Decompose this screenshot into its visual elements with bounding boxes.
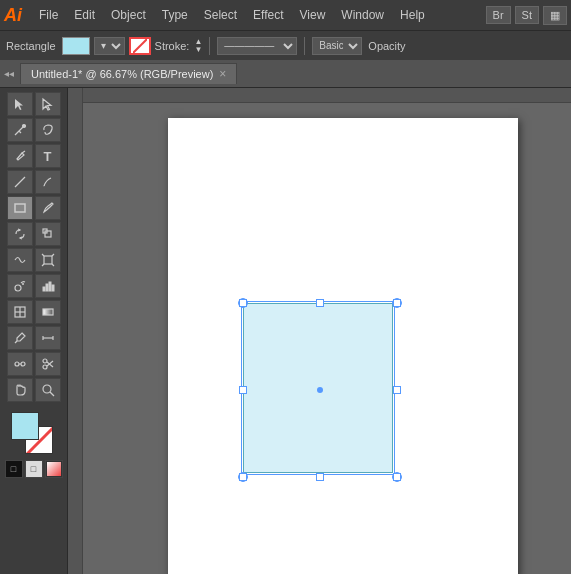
document-tab[interactable]: Untitled-1* @ 66.67% (RGB/Preview) ×	[20, 63, 237, 84]
zoom-tool[interactable]	[35, 378, 61, 402]
stroke-label: Stroke:	[155, 40, 190, 52]
toolbar-separator-2	[304, 37, 305, 55]
tool-row-7	[7, 248, 61, 272]
menu-object[interactable]: Object	[104, 6, 153, 24]
shape-label: Rectangle	[6, 40, 56, 52]
toolbar-separator-1	[209, 37, 210, 55]
gradient-tool[interactable]	[35, 300, 61, 324]
scissors-tool[interactable]	[35, 352, 61, 376]
line-tool[interactable]	[7, 170, 33, 194]
type-tool[interactable]: T	[35, 144, 61, 168]
tool-row-3: T	[7, 144, 61, 168]
symbol-sprayer-tool[interactable]	[7, 274, 33, 298]
eyedropper-tool[interactable]	[7, 326, 33, 350]
tool-row-1	[7, 92, 61, 116]
selected-rectangle[interactable]	[243, 303, 393, 473]
stock-button[interactable]: St	[515, 6, 539, 24]
artboard	[168, 118, 518, 574]
selection-tool[interactable]	[7, 92, 33, 116]
tab-bar: ◂◂ Untitled-1* @ 66.67% (RGB/Preview) ×	[0, 60, 571, 88]
tool-row-5	[7, 196, 61, 220]
stroke-profile-dropdown[interactable]: —————	[217, 37, 297, 55]
bridge-button[interactable]: Br	[486, 6, 511, 24]
svg-point-25	[43, 359, 47, 363]
main-area: T	[0, 88, 571, 574]
app-logo: Ai	[4, 5, 22, 26]
toolbox: T	[0, 88, 68, 574]
workspace-button[interactable]: ▦	[543, 6, 567, 25]
svg-rect-32	[47, 462, 61, 476]
menu-effect[interactable]: Effect	[246, 6, 290, 24]
svg-rect-5	[45, 231, 51, 237]
fill-dropdown[interactable]: ▾	[94, 37, 125, 55]
menu-edit[interactable]: Edit	[67, 6, 102, 24]
center-point	[317, 387, 323, 393]
fill-color-box[interactable]	[62, 37, 90, 55]
tool-row-6	[7, 222, 61, 246]
svg-point-29	[43, 385, 51, 393]
opacity-label: Opacity	[368, 40, 405, 52]
svg-point-9	[22, 283, 24, 285]
document-tab-close[interactable]: ×	[219, 67, 226, 81]
fill-swatch[interactable]	[11, 412, 39, 440]
gradient-swatch[interactable]	[45, 460, 63, 478]
menu-help[interactable]: Help	[393, 6, 432, 24]
svg-rect-4	[15, 204, 25, 212]
handle-bottom-middle[interactable]	[316, 473, 324, 481]
hand-tool[interactable]	[7, 378, 33, 402]
svg-line-3	[15, 177, 25, 187]
paintbrush-tool[interactable]	[35, 170, 61, 194]
scale-tool[interactable]	[35, 222, 61, 246]
svg-line-2	[22, 151, 25, 153]
menu-right-buttons: Br St ▦	[486, 6, 567, 25]
menu-select[interactable]: Select	[197, 6, 244, 24]
menu-type[interactable]: Type	[155, 6, 195, 24]
svg-rect-11	[46, 284, 48, 291]
handle-top-left[interactable]	[239, 299, 247, 307]
warp-tool[interactable]	[7, 248, 33, 272]
handle-top-right[interactable]	[393, 299, 401, 307]
stroke-style-dropdown[interactable]: Basic	[312, 37, 362, 55]
svg-rect-12	[49, 282, 51, 291]
handle-bottom-right[interactable]	[393, 473, 401, 481]
canvas-area	[68, 88, 571, 574]
none-icon[interactable]: □	[5, 460, 23, 478]
mesh-tool[interactable]	[7, 300, 33, 324]
direct-selection-tool[interactable]	[35, 92, 61, 116]
stroke-stepper[interactable]: ▲ ▼	[194, 38, 202, 54]
ruler-top	[68, 88, 571, 103]
svg-line-30	[50, 392, 54, 396]
free-transform-tool[interactable]	[35, 248, 61, 272]
rotate-tool[interactable]	[7, 222, 33, 246]
pencil-tool[interactable]	[35, 196, 61, 220]
handle-middle-right[interactable]	[393, 386, 401, 394]
lasso-tool[interactable]	[35, 118, 61, 142]
swatch-icons: □ □	[5, 460, 63, 478]
tool-row-9	[7, 300, 61, 324]
pen-tool[interactable]	[7, 144, 33, 168]
svg-rect-10	[43, 287, 45, 291]
svg-point-23	[21, 362, 25, 366]
handle-top-middle[interactable]	[316, 299, 324, 307]
menu-file[interactable]: File	[32, 6, 65, 24]
tool-row-8	[7, 274, 61, 298]
svg-line-0	[133, 39, 147, 53]
menu-window[interactable]: Window	[334, 6, 391, 24]
tool-row-2	[7, 118, 61, 142]
rectangle-tool[interactable]	[7, 196, 33, 220]
menu-view[interactable]: View	[293, 6, 333, 24]
panel-collapse-button[interactable]: ◂◂	[4, 68, 14, 79]
stroke-icon[interactable]	[129, 37, 151, 55]
options-toolbar: Rectangle ▾ Stroke: ▲ ▼ ————— Basic Opac…	[0, 30, 571, 60]
column-graph-tool[interactable]	[35, 274, 61, 298]
magic-wand-tool[interactable]	[7, 118, 33, 142]
measure-tool[interactable]	[35, 326, 61, 350]
white-icon[interactable]: □	[25, 460, 43, 478]
blend-tool[interactable]	[7, 352, 33, 376]
svg-rect-7	[44, 256, 52, 264]
handle-middle-left[interactable]	[239, 386, 247, 394]
handle-bottom-left[interactable]	[239, 473, 247, 481]
menu-bar: Ai File Edit Object Type Select Effect V…	[0, 0, 571, 30]
tool-row-10	[7, 326, 61, 350]
svg-rect-17	[43, 309, 53, 315]
